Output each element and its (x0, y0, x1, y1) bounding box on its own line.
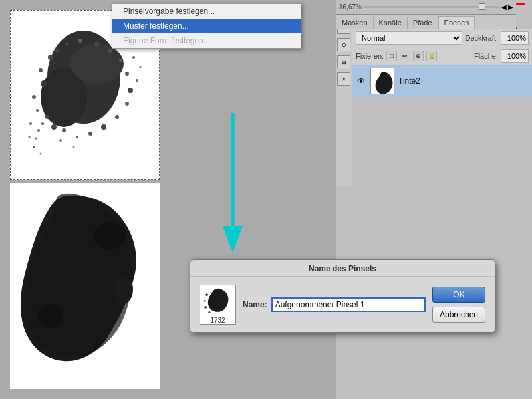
svg-point-30 (59, 139, 62, 142)
svg-point-3 (48, 55, 53, 60)
svg-point-15 (128, 88, 133, 93)
tab-ebenen[interactable]: Ebenen (438, 16, 475, 29)
svg-point-5 (41, 80, 47, 87)
svg-point-45 (204, 300, 206, 302)
dialog-name-label: Name: (243, 300, 267, 309)
fixieren-row: Fixieren: □ ✏ ⊕ 🔒 Fläche: (352, 47, 532, 65)
svg-point-21 (66, 43, 68, 45)
svg-marker-40 (223, 226, 243, 253)
svg-point-7 (36, 109, 39, 112)
svg-point-16 (125, 72, 129, 76)
dialog-preview-number: 1732 (210, 317, 225, 324)
flaeche-input[interactable] (501, 49, 529, 63)
canvas-area (0, 0, 326, 399)
tab-masken[interactable]: Masken (336, 17, 374, 29)
svg-point-19 (94, 41, 100, 47)
svg-point-46 (204, 306, 207, 309)
svg-point-4 (39, 68, 43, 72)
blend-mode-select[interactable]: Normal (356, 31, 462, 45)
down-arrow (219, 113, 246, 259)
svg-point-17 (119, 59, 122, 62)
nav-arrow-right[interactable]: ▶ (508, 3, 513, 11)
panel-icon-5[interactable]: ✕ (337, 72, 350, 86)
svg-point-8 (51, 124, 57, 130)
dialog-buttons: OK Abbrechen (432, 287, 485, 323)
layer-visibility-toggle[interactable]: 👁 (356, 76, 366, 86)
svg-point-35 (35, 138, 37, 140)
tab-kanaele[interactable]: Kanäle (374, 17, 408, 29)
opacity-input[interactable] (501, 31, 529, 45)
menu-item-pinselvorgabe[interactable]: Pinselvorgabe festlegen... (112, 4, 301, 19)
fix-icon-2[interactable]: ✏ (400, 51, 410, 61)
svg-point-24 (29, 136, 31, 138)
svg-point-29 (132, 56, 135, 59)
zoom-slider-thumb[interactable] (479, 3, 485, 10)
tabs-bar: Masken Kanäle Pfade Ebenen (336, 15, 516, 29)
percentage-bar: 16,67% ◀ ▶ (336, 0, 516, 15)
svg-point-28 (140, 66, 142, 68)
svg-point-37 (37, 304, 63, 328)
zoom-slider[interactable] (364, 6, 499, 8)
dialog-name-row: Name: (243, 297, 426, 312)
svg-point-2 (70, 44, 124, 84)
svg-point-13 (115, 115, 119, 119)
dialog-form: Name: (243, 297, 426, 312)
dialog-name-input[interactable] (271, 297, 426, 312)
layer-thumbnail (370, 68, 394, 94)
fixieren-label: Fixieren: (356, 52, 384, 60)
svg-point-25 (33, 146, 35, 148)
menu-item-muster[interactable]: Muster festlegen... (112, 19, 301, 33)
eye-icon: 👁 (357, 76, 365, 86)
dialog-cancel-button[interactable]: Abbrechen (432, 307, 485, 323)
svg-point-23 (29, 122, 32, 125)
fix-icon-3[interactable]: ⊕ (413, 51, 424, 61)
svg-point-12 (101, 124, 106, 130)
svg-point-36 (93, 223, 126, 249)
svg-point-20 (78, 39, 82, 43)
svg-point-33 (41, 122, 44, 125)
svg-point-10 (76, 136, 78, 138)
fix-icon-4[interactable]: 🔒 (426, 51, 437, 61)
canvas-bottom (10, 183, 160, 389)
dialog-name-des-pinsels: Name des Pinsels 1732 Name: OK (190, 259, 495, 333)
flaeche-label: Fläche: (474, 52, 498, 60)
svg-point-26 (40, 153, 42, 155)
svg-point-32 (45, 115, 49, 119)
blend-row: Normal Deckkraft: (352, 29, 532, 47)
dialog-body: 1732 Name: OK Abbrechen (190, 277, 495, 332)
svg-point-11 (88, 132, 92, 136)
svg-point-31 (73, 146, 75, 148)
panel-icon-3[interactable]: ⊕ (337, 38, 350, 51)
fix-icon-1[interactable]: □ (386, 51, 397, 61)
layers-panel: Normal Deckkraft: Fixieren: □ ✏ ⊕ 🔒 Fläc… (352, 29, 532, 97)
opacity-label: Deckkraft: (465, 34, 498, 42)
svg-point-6 (32, 95, 36, 99)
layer-name: Tinte2 (398, 76, 420, 86)
brush-stroke-bottom (10, 183, 153, 379)
svg-point-9 (62, 128, 66, 132)
svg-point-44 (205, 293, 208, 296)
svg-point-18 (108, 49, 112, 53)
dialog-title: Name des Pinsels (190, 260, 495, 277)
svg-point-47 (208, 311, 210, 313)
context-menu: Pinselvorgabe festlegen... Muster festle… (112, 3, 301, 49)
layer-row: 👁 Tinte2 (352, 65, 532, 97)
right-panel: ↺ MB ⊕ ⊞ ✕ 16,67% ◀ ▶ Masken Kanäle Pfad… (336, 0, 532, 399)
percentage-text: 16,67% (339, 3, 362, 11)
svg-point-34 (37, 129, 40, 132)
svg-point-27 (136, 79, 138, 82)
panel-icon-4[interactable]: ⊞ (337, 55, 350, 68)
nav-arrow-left[interactable]: ◀ (501, 3, 507, 11)
dialog-ok-button[interactable]: OK (432, 287, 485, 303)
svg-point-22 (55, 49, 59, 53)
tab-pfade[interactable]: Pfade (408, 17, 438, 29)
dialog-preview: 1732 (200, 285, 236, 325)
svg-point-14 (125, 102, 129, 106)
svg-point-38 (113, 275, 133, 304)
menu-item-eigene-form: Eigene Form festlegen... (112, 33, 301, 48)
